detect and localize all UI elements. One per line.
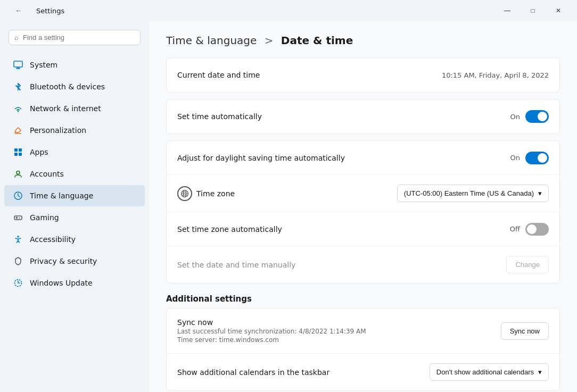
- svg-rect-7: [14, 153, 18, 156]
- calendars-right: Don't show additional calendars ▾: [430, 363, 549, 381]
- nav-label-apps: Apps: [30, 148, 48, 156]
- sidebar-item-time[interactable]: Time & language: [4, 185, 145, 206]
- nav-icon-system: [13, 60, 23, 70]
- daylight-value: On: [510, 154, 520, 162]
- timezone-globe-icon: [177, 186, 192, 201]
- main-content: Time & language > Date & time Current da…: [149, 21, 577, 392]
- nav-label-gaming: Gaming: [30, 213, 59, 222]
- titlebar-left: ← Settings: [6, 2, 64, 19]
- svg-point-16: [17, 236, 19, 238]
- calendars-dropdown[interactable]: Don't show additional calendars ▾: [430, 363, 549, 381]
- sync-title: Sync now: [177, 318, 366, 327]
- nav-icon-privacy: [13, 256, 23, 266]
- svg-rect-11: [14, 216, 22, 220]
- sync-info: Sync now Last successful time synchroniz…: [177, 318, 366, 344]
- sidebar-item-personalization[interactable]: Personalization: [4, 120, 145, 141]
- daylight-knob: [538, 153, 547, 163]
- breadcrumb-parent: Time & language: [166, 34, 257, 47]
- set-timezone-auto-toggle[interactable]: [525, 223, 549, 236]
- nav-icon-gaming: [13, 212, 23, 223]
- sidebar-item-bluetooth[interactable]: Bluetooth & devices: [4, 76, 145, 97]
- app-body: ⌕ SystemBluetooth & devicesNetwork & int…: [0, 21, 577, 392]
- minimize-button[interactable]: —: [495, 2, 520, 19]
- nav-label-update: Windows Update: [30, 279, 93, 287]
- set-timezone-auto-row: Set time zone automatically Off: [167, 212, 559, 246]
- timezone-left: Time zone: [177, 186, 235, 201]
- nav-icon-network: [13, 103, 23, 114]
- svg-rect-1: [17, 68, 20, 69]
- nav-label-accessibility: Accessibility: [30, 235, 76, 244]
- nav-label-time: Time & language: [30, 191, 93, 200]
- nav-icon-time: [13, 190, 23, 201]
- nav-label-system: System: [30, 61, 57, 69]
- daylight-right: On: [510, 152, 549, 164]
- sidebar-item-privacy[interactable]: Privacy & security: [4, 251, 145, 272]
- maximize-button[interactable]: □: [521, 2, 545, 19]
- timezone-row: Time zone (UTC-05:00) Eastern Time (US &…: [167, 175, 559, 212]
- nav-icon-apps: [13, 147, 23, 157]
- sync-now-button[interactable]: Sync now: [501, 322, 549, 340]
- change-button[interactable]: Change: [506, 256, 549, 273]
- svg-rect-8: [19, 153, 22, 156]
- additional-settings-heading: Additional settings: [166, 294, 560, 304]
- sidebar-item-accessibility[interactable]: Accessibility: [4, 229, 145, 250]
- daylight-row: Adjust for daylight saving time automati…: [167, 141, 559, 175]
- svg-point-15: [19, 218, 20, 219]
- breadcrumb: Time & language > Date & time: [166, 34, 560, 47]
- close-button[interactable]: ✕: [546, 2, 571, 19]
- manual-date-row: Set the date and time manually Change: [167, 246, 559, 283]
- set-timezone-auto-value: Off: [510, 225, 520, 233]
- svg-rect-0: [14, 61, 22, 67]
- titlebar-title: Settings: [36, 7, 64, 15]
- svg-rect-6: [19, 148, 22, 152]
- set-time-auto-row: Set time automatically On: [167, 99, 559, 134]
- manual-date-right: Change: [506, 256, 549, 273]
- nav-label-personalization: Personalization: [30, 126, 86, 135]
- daylight-toggle[interactable]: [525, 152, 549, 164]
- set-time-auto-right: On: [510, 110, 549, 123]
- sidebar-item-apps[interactable]: Apps: [4, 141, 145, 163]
- sidebar-item-system[interactable]: System: [4, 54, 145, 76]
- titlebar: ← Settings — □ ✕: [0, 0, 577, 21]
- sidebar-item-accounts[interactable]: Accounts: [4, 163, 145, 185]
- set-timezone-auto-label: Set time zone automatically: [177, 225, 282, 233]
- back-button[interactable]: ←: [6, 2, 31, 19]
- set-timezone-auto-knob: [527, 224, 537, 234]
- svg-rect-2: [16, 69, 20, 69]
- set-timezone-auto-right: Off: [510, 223, 549, 236]
- sidebar-item-network[interactable]: Network & internet: [4, 98, 145, 119]
- sync-sub2: Time server: time.windows.com: [177, 336, 366, 344]
- timezone-value: (UTC-05:00) Eastern Time (US & Canada): [404, 189, 534, 197]
- time-settings-card: Adjust for daylight saving time automati…: [166, 140, 560, 283]
- search-icon: ⌕: [14, 34, 19, 41]
- titlebar-controls: — □ ✕: [495, 2, 571, 19]
- nav-label-accounts: Accounts: [30, 170, 64, 178]
- manual-date-label: Set the date and time manually: [177, 261, 295, 269]
- svg-point-9: [17, 171, 20, 174]
- svg-point-3: [18, 111, 19, 112]
- sidebar-item-gaming[interactable]: Gaming: [4, 207, 145, 228]
- current-date-card: Current date and time 10:15 AM, Friday, …: [166, 57, 560, 93]
- set-time-auto-card: Set time automatically On: [166, 99, 560, 134]
- nav-label-network: Network & internet: [30, 104, 101, 113]
- set-time-auto-value: On: [510, 113, 520, 121]
- daylight-label: Adjust for daylight saving time automati…: [177, 154, 345, 162]
- nav-icon-accessibility: [13, 234, 23, 245]
- search-input[interactable]: [23, 34, 135, 41]
- nav-label-privacy: Privacy & security: [30, 257, 97, 265]
- nav-label-bluetooth: Bluetooth & devices: [30, 82, 105, 91]
- calendars-row: Show additional calendars in the taskbar…: [167, 354, 559, 390]
- breadcrumb-sep: >: [265, 34, 274, 47]
- current-date-row: Current date and time 10:15 AM, Friday, …: [167, 58, 559, 92]
- sidebar: ⌕ SystemBluetooth & devicesNetwork & int…: [0, 21, 149, 392]
- set-time-auto-toggle[interactable]: [525, 110, 549, 123]
- calendars-value: Don't show additional calendars: [436, 368, 534, 376]
- timezone-dropdown[interactable]: (UTC-05:00) Eastern Time (US & Canada) ▾: [397, 185, 549, 202]
- nav-icon-update: [13, 278, 23, 288]
- nav-icon-personalization: [13, 125, 23, 136]
- current-date-label: Current date and time: [177, 71, 260, 79]
- current-date-value: 10:15 AM, Friday, April 8, 2022: [442, 71, 549, 79]
- search-box[interactable]: ⌕: [9, 30, 141, 45]
- sidebar-item-update[interactable]: Windows Update: [4, 272, 145, 294]
- calendars-label: Show additional calendars in the taskbar: [177, 368, 329, 377]
